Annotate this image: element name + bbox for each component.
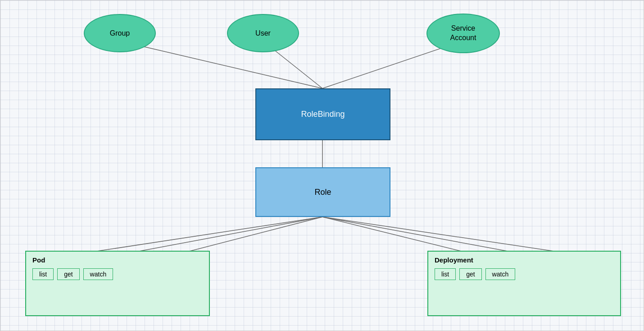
deployment-verbs-row: list get watch <box>435 268 614 280</box>
deployment-resource-box: Deployment list get watch <box>427 251 621 316</box>
role-binding-node: RoleBinding <box>255 88 390 140</box>
svg-line-8 <box>322 217 478 255</box>
pod-verb-watch: watch <box>83 268 113 280</box>
svg-line-4 <box>118 217 322 255</box>
service-account-label: ServiceAccount <box>450 24 476 43</box>
svg-line-0 <box>120 41 322 88</box>
pod-verb-list: list <box>32 268 54 280</box>
user-label: User <box>255 29 271 37</box>
role-node: Role <box>255 167 390 217</box>
deployment-verb-list: list <box>435 268 456 280</box>
deployment-verb-watch: watch <box>485 268 516 280</box>
group-node: Group <box>84 14 156 52</box>
diagram-canvas: Group User ServiceAccount RoleBinding Ro… <box>0 0 644 331</box>
svg-line-5 <box>70 217 322 255</box>
service-account-node: ServiceAccount <box>426 14 500 53</box>
group-label: Group <box>110 29 130 37</box>
svg-line-6 <box>174 217 322 255</box>
svg-line-9 <box>322 217 581 255</box>
pod-title: Pod <box>32 256 203 264</box>
role-label: Role <box>314 188 331 197</box>
user-node: User <box>227 14 299 52</box>
role-binding-label: RoleBinding <box>301 110 345 119</box>
pod-verb-get: get <box>57 268 79 280</box>
deployment-title: Deployment <box>435 256 614 264</box>
pod-verbs-row: list get watch <box>32 268 203 280</box>
svg-line-7 <box>322 217 530 255</box>
deployment-verb-get: get <box>459 268 481 280</box>
pod-resource-box: Pod list get watch <box>25 251 210 316</box>
